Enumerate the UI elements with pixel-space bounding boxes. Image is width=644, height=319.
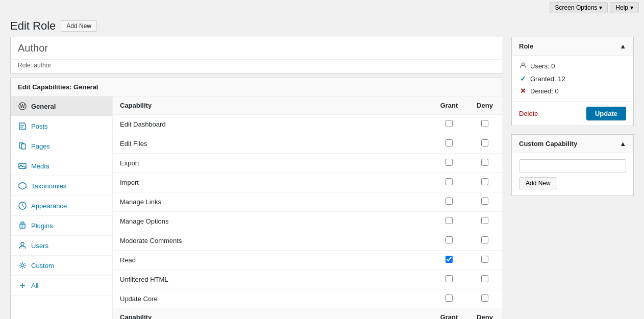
deny-checkbox[interactable] <box>481 198 488 205</box>
role-box-title: Role <box>519 42 533 50</box>
svg-rect-5 <box>21 144 26 149</box>
deny-checkbox[interactable] <box>481 275 488 282</box>
col-grant: Grant <box>431 96 467 115</box>
sidebar-item-appearance-label: Appearance <box>31 202 67 210</box>
all-icon <box>18 281 27 290</box>
custom-icon <box>18 261 27 270</box>
grant-checkbox[interactable] <box>445 275 453 282</box>
grant-cell[interactable] <box>431 212 467 231</box>
grant-checkbox[interactable] <box>445 198 453 205</box>
sidebar-item-users[interactable]: Users <box>11 236 112 256</box>
custom-capability-title: Custom Capability <box>519 140 577 148</box>
grant-checkbox[interactable] <box>445 120 453 127</box>
capability-name: Manage Links <box>113 192 431 212</box>
grant-checkbox[interactable] <box>445 159 453 166</box>
grant-checkbox[interactable] <box>445 236 453 243</box>
screen-options-label: Screen Options <box>555 4 598 11</box>
grant-cell[interactable] <box>431 270 467 289</box>
custom-capability-add-button[interactable]: Add New <box>519 177 557 189</box>
role-box-collapse-icon: ▲ <box>620 42 626 50</box>
sidebar-item-all-label: All <box>31 282 38 289</box>
svg-point-12 <box>21 264 24 267</box>
role-name-area: Role: author <box>10 37 503 73</box>
sidebar-item-posts[interactable]: Posts <box>11 116 112 136</box>
deny-checkbox[interactable] <box>481 139 488 146</box>
role-box: Role ▲ Users: 0 ✓ Granted: 12 ✕ Denied: … <box>511 37 634 126</box>
grant-checkbox[interactable] <box>445 178 453 185</box>
media-icon <box>18 161 27 170</box>
svg-point-15 <box>522 63 525 65</box>
grant-cell[interactable] <box>431 231 467 251</box>
deny-cell[interactable] <box>467 270 503 289</box>
footer-col-deny: Deny <box>467 308 503 319</box>
grant-cell[interactable] <box>431 289 467 309</box>
add-new-button[interactable]: Add New <box>61 20 97 32</box>
role-box-header: Role ▲ <box>512 37 633 56</box>
delete-link[interactable]: Delete <box>519 110 538 117</box>
grant-cell[interactable] <box>431 251 467 270</box>
users-icon <box>18 241 27 250</box>
grant-checkbox[interactable] <box>445 217 453 224</box>
table-row: Moderate Comments <box>113 231 503 251</box>
deny-checkbox[interactable] <box>481 236 488 243</box>
sidebar-item-taxonomies[interactable]: Taxonomies <box>11 176 112 196</box>
update-button[interactable]: Update <box>586 107 626 120</box>
sidebar-item-all[interactable]: All <box>11 276 112 296</box>
deny-checkbox[interactable] <box>481 178 488 185</box>
help-label: Help <box>615 4 628 11</box>
help-chevron-icon: ▾ <box>630 4 633 11</box>
deny-cell[interactable] <box>467 212 503 231</box>
table-row: Edit Dashboard <box>113 115 503 134</box>
deny-cell[interactable] <box>467 289 503 309</box>
role-slug: Role: author <box>11 59 503 73</box>
sidebar-item-appearance[interactable]: Appearance <box>11 196 112 216</box>
users-count: Users: 0 <box>530 62 555 70</box>
deny-cell[interactable] <box>467 134 503 154</box>
taxonomies-icon <box>18 181 27 190</box>
sidebar-item-plugins[interactable]: Plugins <box>11 216 112 236</box>
sidebar-item-taxonomies-label: Taxonomies <box>31 182 66 190</box>
appearance-icon <box>18 201 27 210</box>
deny-checkbox[interactable] <box>481 295 488 302</box>
deny-cell[interactable] <box>467 154 503 173</box>
grant-cell[interactable] <box>431 154 467 173</box>
sidebar-item-media-label: Media <box>31 162 49 170</box>
grant-cell[interactable] <box>431 192 467 212</box>
deny-checkbox[interactable] <box>481 120 488 127</box>
deny-cell[interactable] <box>467 251 503 270</box>
screen-options-button[interactable]: Screen Options ▾ <box>550 2 608 13</box>
sidebar-item-custom[interactable]: Custom <box>11 256 112 276</box>
grant-checkbox[interactable] <box>445 139 453 146</box>
deny-cell[interactable] <box>467 192 503 212</box>
deny-cell[interactable] <box>467 115 503 134</box>
help-button[interactable]: Help ▾ <box>610 2 639 13</box>
table-row: Read <box>113 251 503 270</box>
role-name-input[interactable] <box>11 37 503 59</box>
page-header: Edit Role Add New <box>0 15 644 37</box>
grant-checkbox[interactable] <box>445 295 453 302</box>
grant-checkbox[interactable] <box>445 256 453 263</box>
deny-checkbox[interactable] <box>481 159 488 166</box>
grant-cell[interactable] <box>431 115 467 134</box>
table-row: Manage Options <box>113 212 503 231</box>
capability-name: Export <box>113 154 431 173</box>
grant-cell[interactable] <box>431 173 467 192</box>
sidebar-item-pages[interactable]: Pages <box>11 136 112 156</box>
custom-capability-input[interactable] <box>519 159 626 173</box>
capability-name: Read <box>113 251 431 270</box>
sidebar-item-general[interactable]: W General <box>11 96 112 116</box>
custom-capability-collapse-icon: ▲ <box>620 140 626 148</box>
grant-cell[interactable] <box>431 134 467 154</box>
sidebar-item-media[interactable]: Media <box>11 156 112 176</box>
wordpress-icon: W <box>18 102 27 111</box>
capability-name: Update Core <box>113 289 431 309</box>
deny-cell[interactable] <box>467 231 503 251</box>
deny-checkbox[interactable] <box>481 217 488 224</box>
plugins-icon <box>18 221 27 230</box>
col-deny: Deny <box>467 96 503 115</box>
deny-cell[interactable] <box>467 173 503 192</box>
left-panel: Role: author Edit Capabilities: General … <box>10 37 503 319</box>
cap-table: Capability Grant Deny Edit Dashboard Edi… <box>113 96 503 319</box>
deny-checkbox[interactable] <box>481 256 488 263</box>
sidebar-item-users-label: Users <box>31 242 48 250</box>
